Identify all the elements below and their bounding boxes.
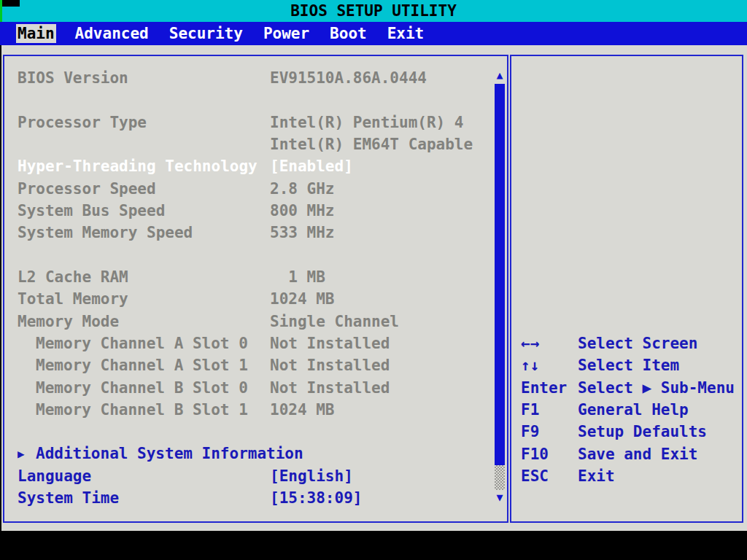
- setting-row: L2 Cache RAM 1 MB: [4, 266, 507, 288]
- shortcut-key: F9: [521, 423, 578, 440]
- setting-label: Additional System Information: [36, 445, 288, 462]
- setting-row: System Memory Speed533 MHz: [4, 222, 507, 244]
- content-area: BIOS VersionEV91510A.86A.0444Processor T…: [0, 45, 747, 531]
- shortcut-list: ←→Select Screen↑↓Select ItemEnterSelect …: [511, 332, 742, 487]
- setting-value: Not Installed: [270, 357, 390, 374]
- setting-value: EV91510A.86A.0444: [270, 69, 427, 87]
- setting-label: Hyper-Threading Technology: [18, 158, 270, 175]
- setting-row: Processor TypeIntel(R) Pentium(R) 4: [4, 112, 507, 133]
- setting-label: System Memory Speed: [18, 224, 270, 241]
- setting-row: Memory Channel B Slot 11024 MB: [4, 399, 507, 421]
- shortcut-key: ←→: [521, 335, 578, 352]
- shortcut-row: ←→Select Screen: [511, 332, 742, 354]
- shortcut-key: Enter: [521, 379, 578, 397]
- scrollbar-thumb[interactable]: [495, 84, 505, 465]
- shortcut-action: Select ▶ Sub-Menu: [578, 379, 735, 397]
- shortcut-row: EnterSelect ▶ Sub-Menu: [511, 377, 742, 399]
- bios-setup-screen: BIOS SETUP UTILITY MainAdvancedSecurityP…: [0, 0, 747, 560]
- setting-label: System Bus Speed: [18, 202, 270, 219]
- setting-label: Total Memory: [18, 290, 270, 308]
- settings-list: BIOS VersionEV91510A.86A.0444Processor T…: [4, 67, 507, 509]
- shortcut-action: Select Item: [578, 357, 679, 374]
- shortcut-action: Save and Exit: [578, 446, 697, 463]
- setting-value: 2.8 GHz: [270, 180, 335, 198]
- setting-value: Not Installed: [270, 379, 390, 397]
- scroll-down-icon[interactable]: ▼: [494, 491, 506, 503]
- title-bar: BIOS SETUP UTILITY: [0, 0, 747, 22]
- settings-panel: BIOS VersionEV91510A.86A.0444Processor T…: [3, 55, 508, 523]
- setting-row: Memory Channel B Slot 0Not Installed: [4, 376, 507, 398]
- setting-row: Memory ModeSingle Channel: [4, 310, 507, 332]
- shortcut-action: General Help: [578, 401, 689, 419]
- shortcut-key: F1: [521, 401, 578, 419]
- shortcut-key: ESC: [521, 467, 578, 485]
- setting-label: Processor Speed: [18, 180, 270, 198]
- setting-row: Total Memory1024 MB: [4, 288, 507, 310]
- bottom-black-bar: [0, 531, 747, 560]
- setting-row[interactable]: ▶Additional System Information: [4, 443, 507, 464]
- setting-value: Intel(R) Pentium(R) 4: [270, 114, 464, 131]
- setting-row: Memory Channel A Slot 0Not Installed: [4, 332, 507, 354]
- setting-label: Memory Mode: [18, 313, 270, 330]
- shortcut-row: ESCExit: [511, 465, 742, 487]
- shortcut-action: Exit: [578, 467, 615, 485]
- setting-value: [15:38:09]: [270, 489, 362, 507]
- setting-value: [Enabled]: [270, 158, 353, 175]
- setting-row: Memory Channel A Slot 1Not Installed: [4, 354, 507, 376]
- menu-bar: MainAdvancedSecurityPowerBootExit: [0, 22, 747, 45]
- setting-label: BIOS Version: [18, 69, 270, 87]
- shortcut-row: ↑↓Select Item: [511, 354, 742, 376]
- tab-advanced[interactable]: Advanced: [74, 24, 150, 43]
- shortcut-row: F9Setup Defaults: [511, 421, 742, 443]
- spacer-row: [4, 421, 507, 443]
- shortcut-row: F1General Help: [511, 399, 742, 421]
- setting-row: BIOS VersionEV91510A.86A.0444: [4, 67, 507, 89]
- setting-value: [English]: [270, 467, 353, 485]
- setting-value: Single Channel: [270, 313, 399, 330]
- scroll-up-icon[interactable]: ▲: [494, 69, 506, 81]
- setting-value: 1 MB: [270, 268, 325, 286]
- setting-label: System Time: [18, 489, 270, 507]
- setting-label: Language: [18, 467, 270, 485]
- setting-row: Intel(R) EM64T Capable: [4, 133, 507, 155]
- setting-value: Not Installed: [270, 335, 390, 352]
- setting-value: 1024 MB: [270, 401, 335, 419]
- setting-value: 533 MHz: [270, 224, 335, 241]
- setting-row[interactable]: Language[English]: [4, 465, 507, 487]
- submenu-arrow-icon: ▶: [18, 447, 36, 461]
- capture-artifact-black: [2, 0, 20, 7]
- spacer-row: [4, 244, 507, 266]
- setting-row[interactable]: Hyper-Threading Technology[Enabled]: [4, 155, 507, 177]
- setting-row[interactable]: System Time[15:38:09]: [4, 487, 507, 509]
- setting-label: L2 Cache RAM: [18, 268, 270, 286]
- setting-value: 1024 MB: [270, 290, 335, 308]
- tab-security[interactable]: Security: [168, 24, 244, 43]
- shortcut-key: F10: [521, 446, 578, 463]
- setting-label: Memory Channel A Slot 0: [18, 335, 270, 352]
- tab-exit[interactable]: Exit: [386, 24, 426, 43]
- setting-label: Memory Channel B Slot 1: [18, 401, 270, 419]
- shortcut-action: Select Screen: [578, 335, 697, 352]
- setting-value: 800 MHz: [270, 202, 335, 219]
- setting-label: Processor Type: [18, 114, 270, 131]
- shortcut-action: Setup Defaults: [578, 423, 707, 440]
- scrollbar[interactable]: ▲ ▼: [494, 45, 506, 531]
- shortcut-key: ↑↓: [521, 357, 578, 374]
- scrollbar-track[interactable]: [495, 465, 505, 490]
- spacer-row: [4, 89, 507, 111]
- setting-row: System Bus Speed800 MHz: [4, 200, 507, 222]
- help-panel: ←→Select Screen↑↓Select ItemEnterSelect …: [510, 55, 743, 523]
- page-title: BIOS SETUP UTILITY: [290, 2, 457, 20]
- capture-artifact-left-edge: [0, 45, 1, 531]
- tab-power[interactable]: Power: [262, 24, 311, 43]
- setting-row: Processor Speed2.8 GHz: [4, 178, 507, 200]
- setting-value: Intel(R) EM64T Capable: [270, 136, 473, 153]
- setting-label: Memory Channel B Slot 0: [18, 379, 270, 397]
- tab-boot[interactable]: Boot: [328, 24, 368, 43]
- shortcut-row: F10Save and Exit: [511, 443, 742, 465]
- setting-label: Memory Channel A Slot 1: [18, 357, 270, 374]
- tab-main[interactable]: Main: [16, 24, 56, 43]
